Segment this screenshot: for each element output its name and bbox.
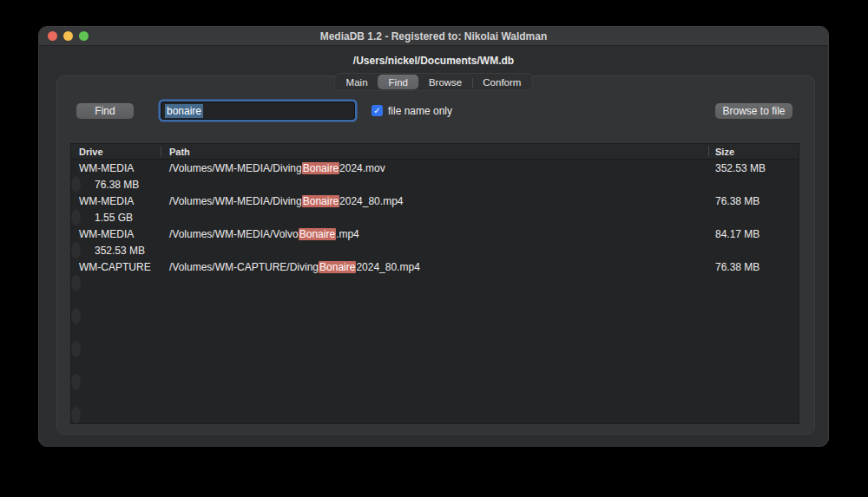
cell-path: /Volumes/WM-CAPTURE/DivingBonaire2024_80… (161, 261, 708, 273)
table-empty-row[interactable] (71, 390, 799, 407)
traffic-lights (48, 31, 89, 41)
file-name-only-label[interactable]: file name only (388, 105, 452, 117)
file-name-only-checkbox[interactable]: ✓ (372, 105, 383, 116)
search-match-highlight: Bonaire (302, 195, 339, 207)
table-empty-row[interactable] (71, 308, 81, 324)
cell-drive: WM-MEDIA (71, 212, 79, 224)
search-input[interactable]: bonaire (161, 101, 355, 120)
results-table-body: WM-MEDIA/Volumes/WM-MEDIA/DivingBonaire2… (71, 160, 799, 424)
cell-size: 84.17 MB (708, 228, 799, 240)
table-empty-row[interactable] (71, 324, 799, 341)
cell-path: /Volumes/WM-MEDIA/DivingBonaire2024_80.m… (79, 179, 88, 191)
cell-drive: WM-MEDIA (71, 179, 79, 191)
app-window: MediaDB 1.2 - Registered to: Nikolai Wal… (38, 26, 829, 447)
table-empty-row[interactable] (71, 357, 799, 374)
column-header-size[interactable]: Size (708, 144, 799, 159)
search-match-highlight: Bonaire (302, 162, 339, 174)
cell-drive: WM-MEDIA (71, 195, 161, 207)
table-row[interactable]: WM-MEDIA/Volumes/WM-MEDIA/DivingBonaire2… (71, 193, 799, 209)
cell-path: /Volumes/WM-MEDIA/DivingBonaire2024.mov (161, 162, 708, 174)
cell-size: 1.55 GB (88, 212, 133, 224)
cell-path: /Volumes/WM-CAPTURE/DivingBonaire2024.mo… (79, 245, 88, 257)
table-row[interactable]: WM-MEDIA/Volumes/WM-MEDIA/DivingBonaire2… (71, 176, 81, 193)
cell-size: 76.38 MB (88, 179, 139, 191)
cell-drive: WM-MEDIA (71, 162, 161, 174)
cell-path: /Volumes/WM-MEDIA/DivingBonaire2024_80.m… (161, 195, 708, 207)
database-path: /Users/nickel/Documents/WM.db (39, 55, 828, 67)
tab-conform[interactable]: Conform (472, 75, 531, 89)
table-empty-row[interactable] (71, 407, 81, 423)
tab-browse[interactable]: Browse (418, 75, 472, 89)
table-row[interactable]: WM-CAPTURE/Volumes/WM-CAPTURE/DivingBona… (71, 242, 81, 258)
table-row[interactable]: WM-CAPTURE/Volumes/WM-CAPTURE/DivingBona… (71, 258, 799, 275)
table-row[interactable]: WM-MEDIA/Volumes/WM-MEDIA/DivingBonaire2… (71, 160, 799, 176)
table-empty-row[interactable] (71, 374, 81, 390)
cell-path: /Volumes/WM-MEDIA/VolvoBonaire.mp4 (161, 228, 708, 240)
column-header-drive[interactable]: Drive (71, 144, 161, 159)
cell-size: 76.38 MB (708, 195, 799, 207)
minimize-button[interactable] (63, 31, 73, 41)
cell-drive: WM-CAPTURE (71, 245, 79, 257)
cell-size: 352.53 MB (88, 245, 145, 257)
table-empty-row[interactable] (71, 341, 81, 357)
table-row[interactable]: WM-MEDIA/Volumes/WM-MEDIA/Feb7DivingBona… (71, 209, 81, 226)
title-bar[interactable]: MediaDB 1.2 - Registered to: Nikolai Wal… (39, 27, 828, 46)
table-empty-row[interactable] (71, 275, 81, 291)
table-row[interactable]: WM-MEDIA/Volumes/WM-MEDIA/VolvoBonaire.m… (71, 226, 799, 242)
table-empty-row[interactable] (71, 423, 799, 424)
tab-main[interactable]: Main (336, 75, 378, 89)
search-match-highlight: Bonaire (299, 228, 336, 240)
browse-to-file-button[interactable]: Browse to file (715, 103, 792, 119)
find-button[interactable]: Find (76, 103, 134, 119)
results-table[interactable]: Drive Path Size WM-MEDIA/Volumes/WM-MEDI… (70, 143, 799, 424)
tab-find[interactable]: Find (378, 75, 418, 89)
cell-drive: WM-CAPTURE (71, 261, 161, 273)
window-title: MediaDB 1.2 - Registered to: Nikolai Wal… (320, 30, 548, 43)
column-header-path[interactable]: Path (161, 144, 708, 159)
zoom-button[interactable] (79, 31, 89, 41)
table-empty-row[interactable] (71, 291, 799, 308)
results-table-header: Drive Path Size (71, 144, 799, 160)
cell-drive: WM-MEDIA (71, 228, 161, 240)
cell-size: 352.53 MB (708, 162, 799, 174)
cell-path: /Volumes/WM-MEDIA/Feb7DivingBonaire.mp4 (79, 212, 88, 224)
search-match-highlight: Bonaire (319, 261, 356, 273)
tab-bar: MainFindBrowseConform (334, 73, 534, 91)
close-button[interactable] (48, 31, 57, 41)
search-input-value: bonaire (165, 104, 203, 118)
cell-size: 76.38 MB (708, 261, 799, 273)
